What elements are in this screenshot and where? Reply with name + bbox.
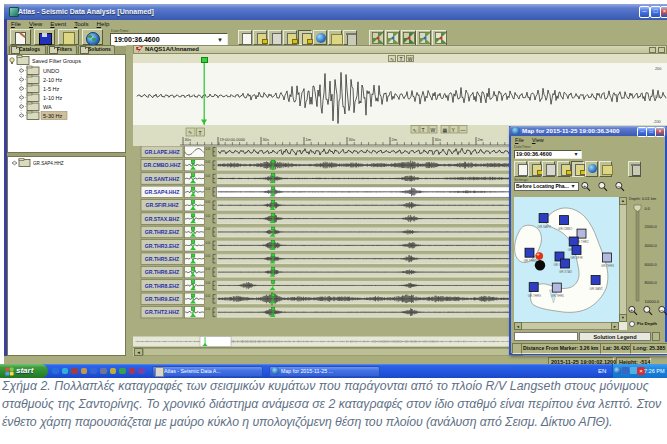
svg-text:0.0: 0.0 (206, 174, 211, 178)
svg-text:19:00:00.0000: 19:00:00.0000 (220, 137, 246, 142)
svg-text:GR.THR3.EHZ: GR.THR3.EHZ (145, 243, 180, 249)
svg-text:0.0: 0.0 (206, 281, 211, 285)
svg-text:—: — (460, 127, 465, 133)
svg-text:GR.THR5: GR.THR5 (551, 294, 564, 298)
svg-text:0.0: 0.0 (206, 254, 211, 258)
svg-text:6000.0: 6000.0 (645, 262, 658, 267)
svg-text:200: 200 (655, 67, 661, 71)
svg-text:Saved Filter Groups: Saved Filter Groups (32, 58, 81, 64)
svg-text:1-10 Hz: 1-10 Hz (43, 95, 63, 101)
svg-text:10000.0: 10000.0 (645, 299, 660, 304)
svg-text:GR.SANT: GR.SANT (590, 287, 604, 291)
svg-text:GR.THR6: GR.THR6 (601, 264, 614, 268)
svg-text:∿: ∿ (188, 129, 192, 135)
svg-text:8000.0: 8000.0 (645, 280, 658, 285)
svg-text:GR.THR9: GR.THR9 (528, 294, 541, 298)
svg-text:GR.SAP4: GR.SAP4 (538, 225, 551, 229)
svg-text:−: − (660, 307, 663, 313)
svg-text:GR.SAP4.HHZ: GR.SAP4.HHZ (145, 189, 181, 195)
svg-text:0.0: 0.0 (206, 307, 211, 311)
svg-text:GR.THR8.EHZ: GR.THR8.EHZ (145, 283, 180, 289)
svg-text:UNDO: UNDO (43, 68, 60, 74)
svg-text:GR.SAP4.HHZ: GR.SAP4.HHZ (33, 161, 64, 166)
svg-text:WA: WA (43, 104, 52, 110)
svg-text:GR.SANT.HHZ: GR.SANT.HHZ (145, 176, 181, 182)
svg-text:0.0: 0.0 (206, 147, 211, 151)
svg-text:T: T (199, 130, 202, 136)
svg-text:2m: 2m (392, 137, 398, 142)
svg-text:0.0: 0.0 (206, 227, 211, 231)
svg-text:2-10 Hz: 2-10 Hz (43, 77, 63, 83)
svg-text:0.0: 0.0 (206, 200, 211, 204)
svg-text:+: + (583, 183, 586, 189)
svg-text:0.0: 0.0 (206, 241, 211, 245)
svg-text:GR.LAPE.HHZ: GR.LAPE.HHZ (144, 149, 180, 155)
svg-text:∿: ∿ (412, 127, 416, 133)
svg-text:GR.THR5.EHZ: GR.THR5.EHZ (145, 256, 180, 262)
svg-text:30s: 30s (349, 137, 355, 142)
svg-text:1m: 1m (306, 137, 312, 142)
svg-text:+: + (630, 307, 633, 313)
svg-text:GR.CMBO.HHZ: GR.CMBO.HHZ (143, 162, 181, 168)
svg-text:0.0: 0.0 (645, 206, 651, 211)
svg-text:GR.SFIR: GR.SFIR (571, 256, 584, 260)
svg-text:GR.THR2.EHZ: GR.THR2.EHZ (145, 229, 180, 235)
svg-text:−: − (617, 183, 620, 189)
svg-text:4000.0: 4000.0 (645, 243, 658, 248)
svg-text:0.0: 0.0 (206, 187, 211, 191)
svg-text:GR.THT2.HHZ: GR.THT2.HHZ (145, 309, 180, 315)
svg-text:0.0: 0.0 (206, 267, 211, 271)
svg-text:2m: 2m (478, 137, 484, 142)
svg-text:GR.STAX.BHZ: GR.STAX.BHZ (145, 216, 181, 222)
svg-text:0.0: 0.0 (206, 160, 211, 164)
svg-text:GR.STAX: GR.STAX (559, 270, 572, 274)
svg-text:GR.THR6.EHZ: GR.THR6.EHZ (145, 269, 180, 275)
svg-text:0.0: 0.0 (655, 95, 660, 99)
svg-text:5-30 Hz: 5-30 Hz (43, 113, 63, 119)
svg-text:▦: ▦ (442, 127, 447, 133)
svg-text:30s: 30s (185, 137, 191, 142)
svg-text:W: W (430, 127, 435, 133)
svg-text:30s: 30s (263, 137, 269, 142)
svg-text:GR.SFIR.HHZ: GR.SFIR.HHZ (145, 202, 179, 208)
svg-text:2000.0: 2000.0 (645, 224, 658, 229)
svg-text:-200: -200 (653, 120, 661, 124)
svg-text:GR.THR8: GR.THR8 (524, 259, 537, 263)
svg-text:GR.THR9.EHZ: GR.THR9.EHZ (145, 296, 180, 302)
svg-text:0.0: 0.0 (206, 214, 211, 218)
svg-text:30s: 30s (435, 137, 441, 142)
svg-text:GR.CMBO: GR.CMBO (558, 227, 573, 231)
svg-text:1-5 Hz: 1-5 Hz (43, 86, 59, 92)
svg-text:T: T (421, 127, 424, 133)
svg-text:0.0: 0.0 (206, 294, 211, 298)
